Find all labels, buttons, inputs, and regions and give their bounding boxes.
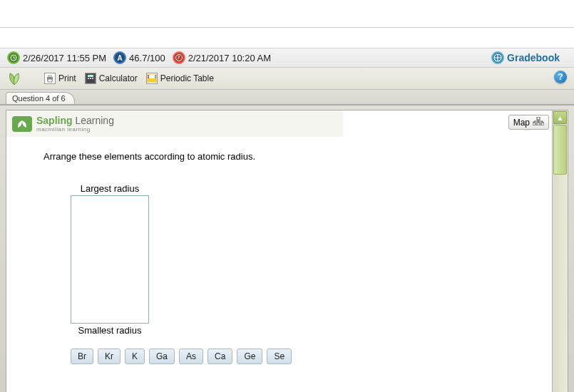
brand-name-2: Learning [73, 115, 114, 126]
calculator-button[interactable]: Calculator [85, 73, 138, 84]
sapling-logo-icon [12, 116, 32, 132]
sitemap-icon [533, 117, 544, 128]
gradebook-label: Gradebook [507, 52, 560, 63]
print-button[interactable]: Print [44, 73, 76, 84]
due-date-item: 2/26/2017 11:55 PM [7, 51, 106, 64]
due-date-text: 2/26/2017 11:55 PM [23, 53, 106, 63]
brand-text: Sapling Learning macmillan learning [36, 115, 114, 133]
brand-bar: Sapling Learning macmillan learning [6, 110, 568, 137]
svg-rect-12 [148, 78, 156, 82]
svg-rect-16 [533, 123, 535, 125]
question-body: Arrange these elements according to atom… [6, 137, 568, 373]
gradebook-link[interactable]: Gradebook [491, 51, 560, 64]
info-bar: 2/26/2017 11:55 PM A 46.7/100 2/21/2017 … [0, 48, 574, 68]
periodic-table-button[interactable]: Periodic Table [146, 73, 214, 84]
question-tab[interactable]: Question 4 of 6 [6, 92, 75, 104]
svg-rect-15 [537, 117, 540, 120]
element-bank: Br Kr K Ga As Ca Ge Se [71, 349, 539, 364]
bottom-rank-label: Smallest radius [71, 325, 149, 336]
brand-subtitle: macmillan learning [36, 126, 114, 133]
score-text: 46.7/100 [129, 53, 165, 63]
periodic-table-icon [146, 73, 158, 84]
element-tile[interactable]: Ga [149, 349, 175, 364]
calculator-icon [85, 73, 96, 84]
question-prompt: Arrange these elements according to atom… [43, 151, 539, 162]
svg-rect-4 [48, 75, 52, 77]
ranking-area: Largest radius Smallest radius [71, 183, 539, 336]
clock-icon [7, 51, 20, 64]
element-tile[interactable]: Br [71, 349, 93, 364]
question-tab-label: Question 4 of 6 [12, 94, 66, 103]
toolbar: Print Calculator Periodic Table ? [0, 68, 574, 90]
element-tile[interactable]: Ca [207, 349, 232, 364]
brand-name-1: Sapling [36, 115, 73, 126]
element-tile[interactable]: Kr [98, 349, 121, 364]
svg-rect-18 [541, 123, 544, 125]
svg-rect-14 [155, 75, 156, 78]
scroll-up-arrow-icon[interactable]: ▲ [553, 111, 567, 124]
element-tile[interactable]: K [125, 349, 145, 364]
print-label: Print [58, 73, 76, 83]
gradebook-icon [491, 51, 504, 64]
content-frame: Sapling Learning macmillan learning Map … [6, 110, 568, 392]
svg-rect-7 [88, 75, 93, 77]
content-wrap: Sapling Learning macmillan learning Map … [0, 105, 574, 392]
calendar-icon [173, 51, 185, 64]
score-icon: A [113, 51, 126, 64]
map-label: Map [513, 118, 530, 128]
vertical-scrollbar[interactable]: ▲ [552, 110, 568, 392]
element-tile[interactable]: As [179, 349, 203, 364]
map-button[interactable]: Map [508, 115, 549, 130]
start-date-item: 2/21/2017 10:20 AM [173, 51, 271, 64]
ranking-dropzone[interactable] [71, 195, 149, 324]
tab-row: Question 4 of 6 [0, 90, 574, 105]
element-tile[interactable]: Ge [237, 349, 262, 364]
svg-rect-9 [90, 78, 91, 79]
svg-rect-8 [88, 78, 89, 79]
score-item: A 46.7/100 [113, 51, 165, 64]
help-icon: ? [558, 72, 563, 82]
svg-rect-5 [48, 79, 52, 82]
svg-rect-10 [92, 78, 93, 79]
top-rank-label: Largest radius [71, 183, 149, 194]
printer-icon [44, 73, 56, 84]
element-tile[interactable]: Se [267, 349, 292, 364]
calculator-label: Calculator [99, 73, 138, 83]
svg-rect-13 [148, 75, 149, 78]
help-button[interactable]: ? [554, 71, 567, 83]
separator [0, 27, 574, 28]
periodic-table-label: Periodic Table [160, 73, 214, 83]
scroll-thumb[interactable] [553, 125, 567, 175]
leaf-icon [6, 71, 23, 86]
start-date-text: 2/21/2017 10:20 AM [188, 53, 271, 63]
svg-rect-17 [537, 123, 540, 125]
